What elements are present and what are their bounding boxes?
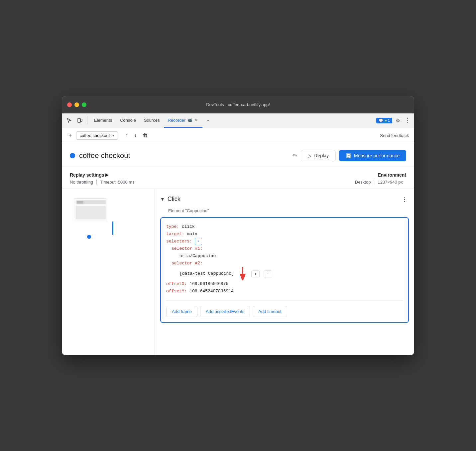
export-button[interactable]: ↑ bbox=[123, 131, 130, 140]
step-subtitle: Element "Cappucino" bbox=[160, 208, 409, 213]
toolbar-right: 💬 ≡ 1 ⚙ ⋮ bbox=[376, 116, 412, 125]
offsetY-key: offsetY: bbox=[166, 288, 187, 295]
traffic-lights bbox=[67, 102, 86, 107]
settings-right: Environment Desktop 1237×940 px bbox=[355, 172, 406, 185]
settings-left: Replay settings ▶ No throttling Timeout:… bbox=[70, 172, 138, 185]
selector1-key-row: selector #1: bbox=[172, 245, 403, 252]
target-value: main bbox=[187, 230, 197, 238]
step-title: ▼ Click bbox=[160, 196, 180, 203]
tab-recorder-close[interactable]: ✕ bbox=[194, 118, 198, 123]
tab-more[interactable]: » bbox=[202, 113, 213, 128]
recording-header: coffee checkout ✏ ▷ Replay 🔄 Measure per… bbox=[62, 143, 414, 167]
offsetY-value: 108.6452407836914 bbox=[189, 288, 234, 295]
step-header: ▼ Click ⋮ bbox=[160, 194, 409, 204]
selector2-key-row: selector #2: bbox=[172, 260, 403, 267]
add-recording-button[interactable]: + bbox=[67, 131, 73, 140]
window-title: DevTools - coffee-cart.netlify.app/ bbox=[206, 102, 270, 107]
settings-details: No throttling Timeout: 5000 ms bbox=[70, 180, 138, 185]
chat-icon: 💬 bbox=[379, 118, 383, 123]
main-content: coffee checkout ✏ ▷ Replay 🔄 Measure per… bbox=[62, 143, 414, 355]
step-more-button[interactable]: ⋮ bbox=[400, 194, 409, 204]
chat-badge[interactable]: 💬 ≡ 1 bbox=[376, 118, 392, 123]
replay-button[interactable]: ▷ Replay bbox=[301, 150, 336, 161]
action-buttons: Add frame Add assertedEvents Add timeout bbox=[166, 300, 403, 317]
selector-tool-icon[interactable]: ↖ bbox=[195, 238, 202, 245]
add-asserted-events-button[interactable]: Add assertedEvents bbox=[200, 306, 250, 317]
recording-title: coffee checkout bbox=[79, 151, 287, 160]
close-button[interactable] bbox=[67, 102, 72, 107]
offsetX-value: 169.90185546875 bbox=[189, 280, 228, 288]
tab-list: Elements Console Sources Recorder 📹 ✕ » bbox=[90, 113, 375, 128]
annotation-arrow bbox=[238, 267, 247, 280]
settings-button[interactable]: ⚙ bbox=[394, 116, 402, 125]
delete-button[interactable]: 🗑 bbox=[141, 131, 150, 140]
type-value: click bbox=[182, 223, 195, 230]
tab-sources[interactable]: Sources bbox=[140, 113, 164, 128]
offsetX-key: offsetX: bbox=[166, 280, 187, 288]
minimize-button[interactable] bbox=[74, 102, 79, 107]
target-row: target: main bbox=[166, 230, 403, 238]
recorder-actions: ↑ ↓ 🗑 bbox=[123, 131, 150, 140]
thumbnail-svg bbox=[74, 199, 107, 222]
recording-select[interactable]: coffee checkout ▾ bbox=[76, 131, 118, 140]
settings-arrow-icon: ▶ bbox=[105, 173, 108, 177]
svg-rect-0 bbox=[78, 118, 80, 122]
svg-rect-1 bbox=[80, 119, 82, 121]
target-key: target: bbox=[166, 230, 184, 238]
recorder-toolbar: + coffee checkout ▾ ↑ ↓ 🗑 Send feedback bbox=[62, 128, 414, 143]
selector-add-button[interactable]: + bbox=[251, 270, 260, 277]
selector1-value: aria/Cappucino bbox=[179, 253, 216, 258]
env-details: Desktop 1237×940 px bbox=[355, 180, 406, 185]
send-feedback-link[interactable]: Send feedback bbox=[380, 133, 409, 138]
red-arrow-svg bbox=[238, 267, 247, 280]
thumbnail-area bbox=[64, 194, 152, 241]
steps-sidebar bbox=[62, 189, 155, 355]
selector2-block: selector #2: [data-test=Cappucino] bbox=[166, 260, 403, 280]
selector-remove-button[interactable]: − bbox=[264, 270, 272, 277]
device-toggle-button[interactable] bbox=[75, 116, 84, 124]
expand-arrow-icon[interactable]: ▼ bbox=[160, 197, 165, 202]
tab-recorder[interactable]: Recorder 📹 ✕ bbox=[164, 113, 202, 128]
step-connector-line bbox=[112, 222, 113, 235]
replay-settings-label[interactable]: Replay settings ▶ bbox=[70, 172, 138, 178]
svg-rect-4 bbox=[76, 206, 106, 219]
step-detail: ▼ Click ⋮ Element "Cappucino" type: clic… bbox=[155, 189, 414, 355]
add-frame-button[interactable]: Add frame bbox=[166, 306, 197, 317]
code-block: type: click target: main selectors: ↖ bbox=[160, 217, 409, 323]
sidebar-step-row bbox=[67, 197, 113, 239]
selectors-row: selectors: ↖ bbox=[166, 238, 403, 245]
devtools-window: DevTools - coffee-cart.netlify.app/ Elem… bbox=[62, 96, 414, 355]
selector2-value: [data-test=Cappucino] bbox=[179, 270, 234, 277]
step-indicator bbox=[67, 197, 113, 239]
step-thumbnail bbox=[74, 198, 107, 222]
type-row: type: click bbox=[166, 223, 403, 230]
edit-title-icon[interactable]: ✏ bbox=[293, 152, 297, 159]
header-actions: ▷ Replay 🔄 Measure performance bbox=[301, 150, 406, 161]
step-dot bbox=[87, 235, 91, 239]
chevron-down-icon: ▾ bbox=[112, 133, 114, 138]
selector2-key: selector #2: bbox=[172, 260, 203, 267]
selector1-key: selector #1: bbox=[172, 245, 203, 252]
separator-1 bbox=[87, 116, 87, 124]
cursor-icon bbox=[66, 118, 72, 123]
recording-status-dot bbox=[70, 153, 75, 158]
tab-elements[interactable]: Elements bbox=[90, 113, 116, 128]
offsetY-row: offsetY: 108.6452407836914 bbox=[166, 288, 403, 295]
browser-toolbar: Elements Console Sources Recorder 📹 ✕ » … bbox=[62, 113, 414, 128]
settings-bar: Replay settings ▶ No throttling Timeout:… bbox=[62, 167, 414, 189]
tab-console[interactable]: Console bbox=[116, 113, 140, 128]
recorder-tab-icon: 📹 bbox=[187, 118, 192, 122]
measure-performance-button[interactable]: 🔄 Measure performance bbox=[339, 150, 406, 161]
step-name: Click bbox=[168, 196, 180, 203]
offsetX-row: offsetX: 169.90185546875 bbox=[166, 280, 403, 288]
steps-area: ▼ Click ⋮ Element "Cappucino" type: clic… bbox=[62, 189, 414, 355]
selector1-value-row: aria/Cappucino bbox=[172, 252, 403, 260]
maximize-button[interactable] bbox=[82, 102, 86, 107]
type-key: type: bbox=[166, 223, 179, 230]
more-options-button[interactable]: ⋮ bbox=[404, 116, 412, 125]
inspect-tool-button[interactable] bbox=[64, 116, 74, 124]
selectors-key: selectors: bbox=[166, 238, 192, 245]
selector1-block: selector #1: aria/Cappucino bbox=[166, 245, 403, 260]
add-timeout-button[interactable]: Add timeout bbox=[253, 306, 287, 317]
import-button[interactable]: ↓ bbox=[132, 131, 139, 140]
